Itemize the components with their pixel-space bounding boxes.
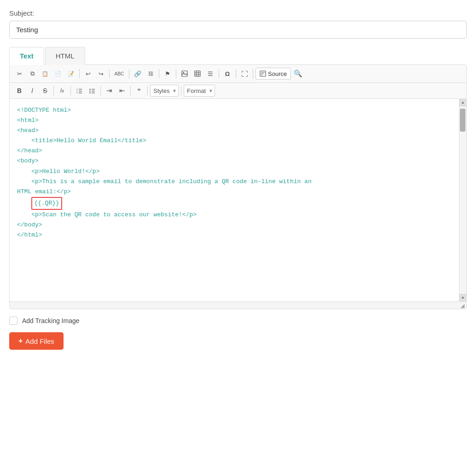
indent-more-button[interactable]: ⇥	[103, 85, 115, 97]
source-icon	[260, 70, 266, 77]
styles-select[interactable]: Styles	[150, 85, 179, 97]
separator5	[176, 69, 176, 78]
resize-icon: ◢	[460, 302, 464, 309]
separator6	[219, 69, 219, 78]
unordered-list-button[interactable]	[86, 85, 98, 97]
plus-icon: +	[18, 337, 23, 345]
separator1	[79, 69, 80, 78]
code-line-1: <!DOCTYPE html>	[17, 105, 452, 116]
clear-format-button[interactable]: Ix	[56, 85, 68, 97]
scroll-up-button[interactable]: ▲	[459, 99, 467, 106]
scroll-track	[459, 106, 466, 294]
special-char-button[interactable]: Ω	[221, 68, 233, 80]
code-line-9: HTML email:</p>	[17, 187, 452, 197]
format-wrapper: Format ▼	[184, 85, 215, 97]
source-button[interactable]: Source	[255, 68, 291, 80]
unlink-button[interactable]: ⛓	[145, 68, 157, 80]
tracking-checkbox[interactable]	[9, 317, 17, 325]
svg-rect-2	[195, 71, 200, 76]
code-line-3: <head>	[17, 126, 452, 136]
scroll-down-button[interactable]: ▼	[459, 294, 467, 301]
cut-button[interactable]: ✂	[13, 68, 25, 80]
italic-button[interactable]: I	[26, 85, 38, 97]
svg-point-19	[89, 92, 90, 93]
tracking-row: Add Tracking Image	[9, 317, 467, 325]
source-label: Source	[268, 70, 287, 77]
separator14	[181, 86, 181, 95]
align-button[interactable]: ☰	[204, 68, 216, 80]
svg-rect-0	[182, 71, 187, 76]
code-line-6: <body>	[17, 156, 452, 166]
tracking-label: Add Tracking Image	[22, 317, 80, 324]
scroll-thumb[interactable]	[460, 109, 465, 132]
copy-button[interactable]: ⧉	[26, 68, 38, 80]
code-area[interactable]: <!DOCTYPE html> <html> <head> <title>Hel…	[10, 99, 459, 301]
code-line-12: </body>	[17, 220, 452, 230]
paste-text-button[interactable]: 📄	[52, 68, 64, 80]
code-content: <!DOCTYPE html> <html> <head> <title>Hel…	[10, 99, 459, 301]
strikethrough-button[interactable]: S	[39, 85, 51, 97]
separator10	[70, 86, 71, 95]
separator4	[159, 69, 159, 78]
svg-point-1	[183, 72, 184, 73]
anchor-button[interactable]: ⚑	[162, 68, 174, 80]
blockquote-button[interactable]: "	[133, 85, 145, 97]
add-files-button[interactable]: + Add Files	[9, 332, 64, 350]
svg-point-17	[89, 89, 90, 90]
table-button[interactable]	[192, 68, 203, 80]
format-select[interactable]: Format	[184, 85, 215, 97]
code-line-7: <p>Hello World!</p>	[17, 167, 452, 177]
code-line-2: <html>	[17, 116, 452, 126]
code-line-8: <p>This is a sample email to demonstrate…	[17, 177, 452, 187]
image-button[interactable]	[179, 68, 191, 80]
redo-button[interactable]: ↪	[95, 68, 107, 80]
paste-button[interactable]: 📋	[39, 68, 51, 80]
editor-container: ✂ ⧉ 📋 📄 📝 ↩ ↪ ABC 🔗 ⛓ ⚑	[9, 64, 467, 309]
code-line-4: <title>Hello World Email</title>	[17, 136, 452, 146]
code-line-5: </head>	[17, 146, 452, 156]
editor-main: <!DOCTYPE html> <html> <head> <title>Hel…	[10, 99, 466, 301]
svg-point-18	[89, 91, 90, 92]
code-line-11: <p>Scan the QR code to access our websit…	[17, 210, 452, 220]
separator7	[236, 69, 236, 78]
qr-placeholder: {{.QR}}	[31, 197, 62, 210]
separator9	[53, 86, 54, 95]
undo-button[interactable]: ↩	[82, 68, 94, 80]
svg-text:3.: 3.	[76, 92, 78, 94]
subject-input[interactable]	[9, 21, 467, 39]
ordered-list-button[interactable]: 1. 2. 3.	[73, 85, 85, 97]
scrollbar-vertical[interactable]: ▲ ▼	[459, 99, 466, 301]
separator3	[129, 69, 129, 78]
toolbar-row2: B I S Ix 1. 2. 3.	[10, 83, 466, 99]
separator2	[109, 69, 110, 78]
resize-handle[interactable]: ◢	[10, 301, 466, 309]
link-button[interactable]: 🔗	[132, 68, 144, 80]
separator12	[130, 86, 131, 95]
code-line-13: </html>	[17, 230, 452, 240]
tab-text[interactable]: Text	[9, 47, 44, 65]
indent-less-button[interactable]: ⇤	[116, 85, 128, 97]
styles-wrapper: Styles ▼	[150, 85, 179, 97]
paste-word-button[interactable]: 📝	[65, 68, 77, 80]
separator8	[253, 69, 253, 78]
spellcheck-button[interactable]: ABC	[112, 68, 127, 80]
separator11	[100, 86, 101, 95]
separator13	[147, 86, 148, 95]
preview-button[interactable]: 🔍	[292, 68, 304, 80]
toolbar-row1: ✂ ⧉ 📋 📄 📝 ↩ ↪ ABC 🔗 ⛓ ⚑	[10, 65, 466, 83]
subject-label: Subject:	[9, 9, 467, 17]
tab-html[interactable]: HTML	[45, 47, 85, 65]
bold-button[interactable]: B	[13, 85, 25, 97]
add-files-label: Add Files	[25, 337, 54, 345]
code-line-10: {{.QR}}	[17, 197, 452, 210]
tabs-container: Text HTML	[9, 47, 467, 65]
fullscreen-button[interactable]: ⛶	[238, 68, 250, 80]
